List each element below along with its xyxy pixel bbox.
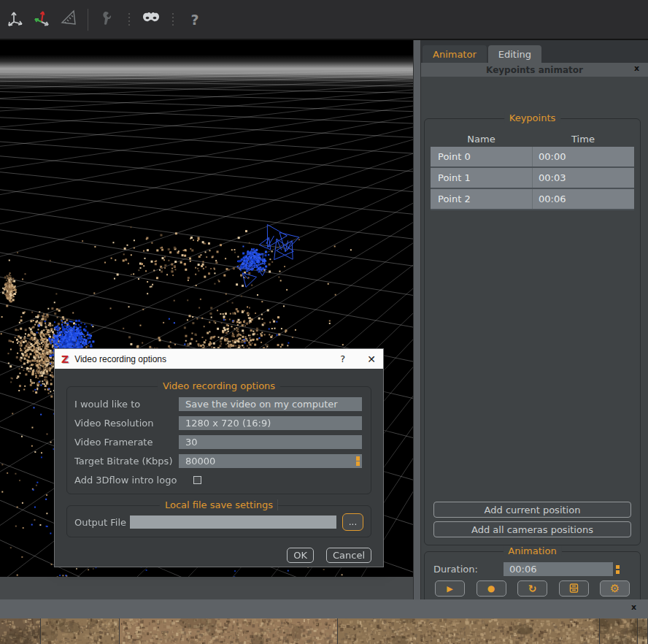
tab-animator[interactable]: Animator — [423, 45, 487, 63]
file-save-groupbox: Local file save settings Output File ... — [66, 505, 371, 537]
axes-icon — [7, 9, 26, 31]
zephyr-logo-icon: Z — [61, 353, 69, 365]
table-row[interactable]: Point 0 00:00 — [431, 147, 634, 168]
photo-thumbnails-canvas[interactable] — [0, 618, 648, 644]
duration-label: Duration: — [433, 564, 504, 575]
output-file-row: Output File ... — [74, 513, 363, 531]
duration-row: Duration: 00:06 — [433, 562, 636, 576]
photos-pane — [0, 618, 648, 644]
keypoints-table-header: Name Time — [431, 131, 634, 147]
photos-pane-header: x — [0, 599, 648, 618]
mask-tool-button[interactable] — [139, 8, 163, 31]
output-file-input[interactable] — [130, 515, 336, 529]
cancel-button[interactable]: Cancel — [326, 548, 371, 563]
would-like-select[interactable]: Save the video on my computer — [179, 397, 362, 411]
toolbar-separator — [88, 9, 88, 31]
keypoint-name: Point 2 — [431, 193, 532, 204]
resolution-label: Video Resolution — [74, 418, 179, 429]
table-row[interactable]: Point 2 00:06 — [431, 189, 634, 210]
toolbar-dotted-separator — [172, 13, 174, 26]
dialog-help-button[interactable]: ? — [340, 353, 345, 364]
bitrate-value: 80000 — [185, 456, 215, 467]
field-row: I would like to Save the video on my com… — [74, 394, 362, 413]
animation-settings-button[interactable]: ⚙ — [600, 580, 630, 597]
duration-input[interactable]: 00:06 — [504, 562, 613, 576]
animation-legend: Animation — [503, 545, 561, 556]
intro-logo-label: Add 3Dflow intro logo — [74, 475, 193, 486]
spacer — [425, 210, 640, 498]
panel-titlebar: Keypoints animator x — [421, 63, 648, 77]
dialog-body: Video recording options I would like to … — [55, 369, 383, 563]
framerate-label: Video Framerate — [74, 437, 179, 448]
tab-editing[interactable]: Editing — [488, 45, 541, 63]
axes-colored-tool-button[interactable] — [31, 8, 54, 31]
help-icon: ? — [190, 12, 198, 28]
keypoints-groupbox: Keypoints Name Time Point 0 00:00 Point … — [424, 118, 641, 545]
gear-icon: ⚙ — [610, 582, 620, 595]
animation-groupbox: Animation Duration: 00:06 ▶ ● ↻ — [424, 551, 641, 605]
panel-title: Keypoints animator — [486, 65, 583, 75]
keypoint-time: 00:06 — [532, 189, 634, 209]
dialog-titlebar[interactable]: Z Video recording options ? ✕ — [55, 349, 383, 369]
keypoints-table: Name Time Point 0 00:00 Point 1 00:03 Po… — [431, 131, 634, 210]
resolution-select[interactable]: 1280 x 720 (16:9) — [179, 416, 362, 430]
duration-spinner[interactable] — [616, 565, 620, 574]
help-button[interactable]: ? — [183, 8, 207, 31]
loop-button[interactable]: ↻ — [517, 580, 547, 597]
export-video-button[interactable] — [559, 580, 589, 597]
bitrate-input[interactable]: 80000 — [179, 454, 362, 468]
transport-controls: ▶ ● ↻ — [425, 576, 640, 597]
add-current-position-button[interactable]: Add current position — [433, 502, 631, 518]
keypoints-legend: Keypoints — [504, 112, 561, 123]
viewport-panel-splitter[interactable] — [413, 40, 421, 599]
keypoint-name: Point 1 — [431, 172, 532, 183]
dialog-footer: OK Cancel — [66, 548, 371, 563]
panel-close-icon[interactable]: x — [634, 64, 639, 73]
video-options-legend: Video recording options — [158, 380, 280, 391]
bitrate-spinner[interactable] — [356, 456, 360, 466]
bitrate-label: Target Bitrate (Kbps) — [74, 456, 179, 467]
field-row: Target Bitrate (Kbps) 80000 — [74, 451, 362, 470]
would-like-label: I would like to — [74, 399, 179, 410]
add-all-cameras-positions-button[interactable]: Add all cameras positions — [433, 521, 631, 537]
field-row: Video Framerate 30 — [74, 432, 362, 451]
ok-button[interactable]: OK — [287, 548, 314, 563]
field-row: Video Resolution 1280 x 720 (16:9) — [74, 413, 362, 432]
dialog-close-button[interactable]: ✕ — [367, 353, 376, 365]
framerate-input[interactable]: 30 — [179, 435, 362, 449]
panel-tab-bar: Animator Editing — [421, 40, 648, 63]
record-icon: ● — [487, 583, 495, 594]
film-icon — [569, 582, 579, 596]
record-button[interactable]: ● — [477, 580, 506, 597]
field-row: Add 3Dflow intro logo — [74, 470, 362, 489]
set-square-icon — [58, 8, 79, 31]
play-icon: ▶ — [447, 584, 452, 594]
video-options-groupbox: Video recording options I would like to … — [66, 386, 371, 494]
intro-logo-checkbox[interactable] — [193, 476, 201, 484]
dialog-title: Video recording options — [74, 354, 166, 364]
table-row[interactable]: Point 1 00:03 — [431, 168, 634, 189]
measure-tool-button[interactable] — [57, 8, 80, 31]
file-save-legend: Local file save settings — [160, 499, 278, 510]
column-header-time: Time — [532, 134, 634, 145]
main-toolbar: ? — [0, 0, 648, 40]
toolbar-dotted-separator — [128, 13, 130, 26]
output-file-label: Output File — [74, 517, 130, 528]
mask-icon — [141, 8, 161, 31]
keypoint-time: 00:00 — [532, 147, 634, 166]
axes-colored-icon — [33, 9, 52, 31]
axes-tool-button[interactable] — [4, 8, 28, 31]
loop-icon: ↻ — [528, 583, 537, 594]
animator-panel: Animator Editing Keypoints animator x Ke… — [421, 40, 648, 599]
browse-button[interactable]: ... — [342, 513, 363, 531]
keypoint-name: Point 0 — [431, 151, 532, 162]
application-window: ? Animator Editing Keypoints animator x … — [0, 0, 648, 644]
panel-body: Keypoints Name Time Point 0 00:00 Point … — [421, 77, 648, 599]
photos-pane-close-icon[interactable]: x — [631, 602, 636, 612]
video-recording-options-dialog: Z Video recording options ? ✕ Video reco… — [55, 349, 383, 567]
column-header-name: Name — [431, 134, 532, 145]
keypoint-time: 00:03 — [532, 168, 634, 188]
lower-gap — [0, 577, 413, 599]
play-button[interactable]: ▶ — [435, 580, 465, 597]
wrench-tool-button[interactable] — [96, 8, 119, 31]
